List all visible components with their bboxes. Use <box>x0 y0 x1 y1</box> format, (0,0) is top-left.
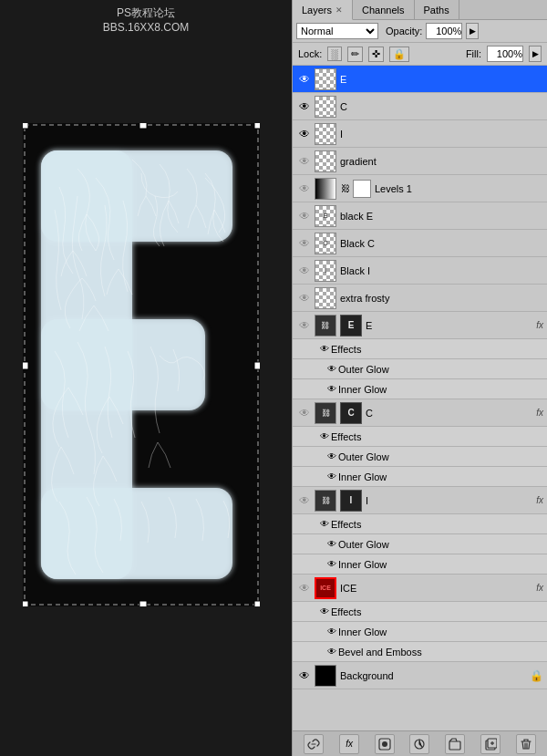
effects-label-ICE: 👁 Effects <box>293 602 547 622</box>
tab-layers[interactable]: Layers ✕ <box>293 0 353 20</box>
layer-name-Igroup: I <box>366 495 536 506</box>
layer-row-levels1[interactable]: 👁 ⛓ Levels 1 <box>293 175 547 202</box>
inner-glow-Igroup[interactable]: 👁 Inner Glow <box>293 554 547 575</box>
eye-Egroup[interactable]: 👁 <box>296 317 313 334</box>
inner-glow-Cgroup[interactable]: 👁 Inner Glow <box>293 467 547 487</box>
link-layers-btn[interactable] <box>304 734 324 754</box>
layer-name-levels1: Levels 1 <box>375 183 543 194</box>
layer-row-blackI[interactable]: 👁 I Black I <box>293 257 547 285</box>
lock-paint-btn[interactable]: ✏ <box>347 47 363 62</box>
eye-levels1[interactable]: 👁 <box>296 181 313 197</box>
blend-mode-select[interactable]: Normal Multiply Screen <box>296 23 378 39</box>
delete-layer-btn[interactable] <box>516 734 536 754</box>
tab-layers-label: Layers <box>302 5 332 16</box>
layer-name-gradient: gradient <box>340 156 543 167</box>
outer-glow-eye-Egroup[interactable]: 👁 <box>325 364 338 374</box>
effects-text-Igroup: Effects <box>331 519 361 530</box>
tab-layers-close[interactable]: ✕ <box>335 5 343 15</box>
lock-row: Lock: ░ ✏ ✜ 🔒 Fill: ▶ <box>293 43 547 66</box>
svg-rect-4 <box>41 488 232 579</box>
layer-row-I[interactable]: 👁 I <box>293 120 547 148</box>
layer-row-E[interactable]: 👁 E <box>293 66 547 93</box>
new-layer-btn[interactable] <box>480 734 501 754</box>
tab-channels[interactable]: Channels <box>353 0 414 19</box>
add-mask-btn[interactable] <box>375 734 395 754</box>
thumb-levels1-mask <box>353 180 371 198</box>
eye-blackC[interactable]: 👁 <box>296 235 313 252</box>
svg-rect-3 <box>41 319 205 410</box>
layer-row-C[interactable]: 👁 C <box>293 93 547 120</box>
layer-row-background[interactable]: 👁 Background 🔒 <box>293 662 547 689</box>
eye-C[interactable]: 👁 <box>296 98 313 115</box>
opacity-arrow[interactable]: ▶ <box>466 23 479 39</box>
fx-btn[interactable]: fx <box>339 734 359 754</box>
fill-input[interactable] <box>487 46 523 62</box>
right-panel: Layers ✕ Channels Paths Normal Multiply … <box>292 0 547 756</box>
inner-glow-eye-Egroup[interactable]: 👁 <box>325 384 338 394</box>
fx-badge-Cgroup: fx <box>536 408 543 418</box>
bevel-emboss-label-ICE: Bevel and Emboss <box>338 647 422 658</box>
eye-ICE[interactable]: 👁 <box>296 580 313 596</box>
layer-row-extrafrosty[interactable]: 👁 extra frosty <box>293 285 547 312</box>
watermark-line2: BBS.16XX8.COM <box>103 21 190 34</box>
outer-glow-label-Egroup: Outer Glow <box>338 364 389 375</box>
fill-arrow[interactable]: ▶ <box>529 46 542 62</box>
thumb-Cgroup: ⛓ <box>315 402 336 424</box>
layer-row-Egroup[interactable]: 👁 ⛓ E E fx <box>293 312 547 339</box>
layer-name-extrafrosty: extra frosty <box>340 293 543 304</box>
lock-all-btn[interactable]: 🔒 <box>389 47 409 62</box>
eye-Igroup[interactable]: 👁 <box>296 492 313 509</box>
svg-rect-8 <box>254 123 260 129</box>
eye-blackI[interactable]: 👁 <box>296 263 313 279</box>
eye-blackE[interactable]: 👁 <box>296 208 313 224</box>
outer-glow-Igroup[interactable]: 👁 Outer Glow <box>293 534 547 554</box>
eye-extrafrosty[interactable]: 👁 <box>296 290 313 306</box>
tab-paths[interactable]: Paths <box>415 0 459 19</box>
bottom-toolbar: fx <box>293 730 547 756</box>
lock-background-icon: 🔒 <box>530 669 543 682</box>
inner-glow-Egroup[interactable]: 👁 Inner Glow <box>293 379 547 399</box>
layer-name-I: I <box>340 129 543 140</box>
thumb-Igroup: ⛓ <box>315 490 336 512</box>
tab-channels-label: Channels <box>362 5 404 16</box>
layer-name-blackE: black E <box>340 211 543 222</box>
inner-glow-ICE[interactable]: 👁 Inner Glow <box>293 622 547 642</box>
fill-label: Fill: <box>466 48 481 59</box>
outer-glow-Egroup[interactable]: 👁 Outer Glow <box>293 359 547 379</box>
svg-rect-6 <box>23 123 28 129</box>
opacity-label: Opacity: <box>386 26 422 36</box>
eye-E[interactable]: 👁 <box>296 71 313 88</box>
layer-row-Cgroup[interactable]: 👁 ⛓ C C fx <box>293 399 547 427</box>
svg-rect-13 <box>254 601 260 606</box>
eye-gradient[interactable]: 👁 <box>296 153 313 170</box>
opacity-input[interactable] <box>426 23 462 39</box>
lock-label: Lock: <box>298 48 322 59</box>
inner-glow-label-Igroup: Inner Glow <box>338 559 387 570</box>
thumb-blackC: C <box>315 233 336 254</box>
bevel-emboss-ICE[interactable]: 👁 Bevel and Emboss <box>293 642 547 662</box>
lock-move-btn[interactable]: ✜ <box>368 47 384 62</box>
effects-text-Egroup: Effects <box>331 344 361 355</box>
outer-glow-Cgroup[interactable]: 👁 Outer Glow <box>293 447 547 467</box>
thumb-background <box>315 665 336 687</box>
layer-row-gradient[interactable]: 👁 gradient <box>293 148 547 175</box>
layer-name-E: E <box>340 74 543 85</box>
layer-row-blackC[interactable]: 👁 C Black C <box>293 230 547 257</box>
svg-rect-11 <box>23 601 28 606</box>
effect-eye-Egroup[interactable]: 👁 <box>318 344 331 354</box>
thumb-gradient <box>315 150 336 172</box>
watermark-line1: PS教程论坛 <box>103 5 190 21</box>
eye-background[interactable]: 👁 <box>296 668 313 684</box>
layer-row-blackE[interactable]: 👁 E black E <box>293 202 547 230</box>
lock-transparent-btn[interactable]: ░ <box>327 47 342 61</box>
layer-name-Egroup: E <box>366 320 536 331</box>
eye-Cgroup[interactable]: 👁 <box>296 405 313 421</box>
layer-row-ICE[interactable]: 👁 ICE ICE fx <box>293 575 547 602</box>
eye-I[interactable]: 👁 <box>296 126 313 142</box>
outer-glow-label-Cgroup: Outer Glow <box>338 451 389 462</box>
canvas-image <box>23 123 260 606</box>
layer-row-Igroup[interactable]: 👁 ⛓ I I fx <box>293 487 547 514</box>
new-group-btn[interactable] <box>445 734 465 754</box>
layer-name-blackC: Black C <box>340 238 543 249</box>
adjustment-btn[interactable] <box>409 734 429 754</box>
